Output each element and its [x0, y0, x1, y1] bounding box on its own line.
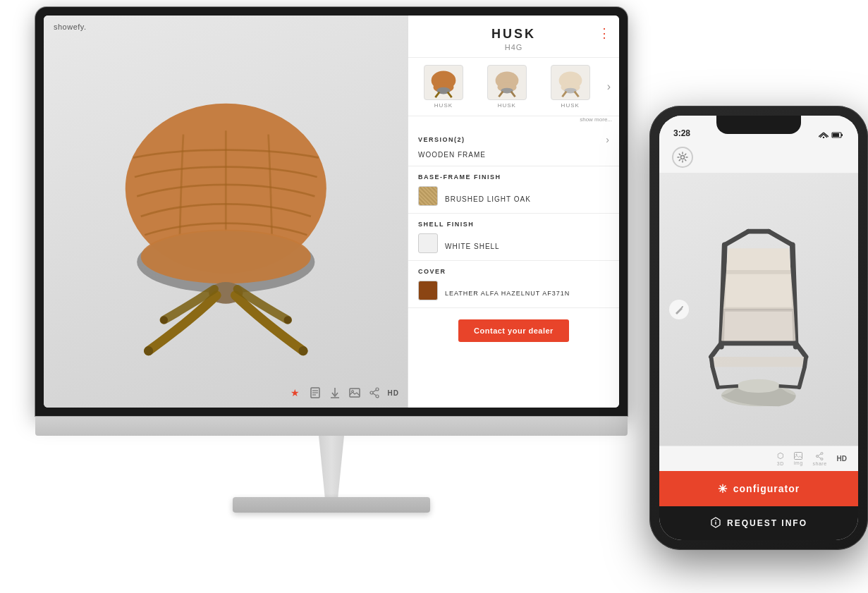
svg-marker-53 — [711, 357, 807, 367]
request-info-button[interactable]: REQUEST INFO — [659, 506, 858, 540]
svg-point-2 — [140, 229, 310, 283]
base-frame-swatch-row: BRUSHED LIGHT OAK — [418, 186, 609, 206]
iphone-device: 3:28 — [649, 106, 868, 550]
hd-label: HD — [388, 389, 399, 397]
svg-rect-62 — [795, 453, 802, 460]
viewer-toolbar: ★ HD — [289, 386, 399, 399]
svg-line-56 — [713, 367, 719, 388]
iphone-body: 3:28 — [649, 106, 868, 550]
svg-line-68 — [819, 457, 821, 458]
variant-label-3: HUSK — [561, 102, 580, 109]
shell-value: WHITE SHELL — [445, 243, 500, 250]
share-toolbar-item[interactable]: share — [813, 452, 827, 466]
img-label: img — [794, 460, 803, 465]
variant-item-1[interactable]: HUSK — [414, 65, 473, 109]
ar-icon[interactable] — [669, 300, 689, 319]
iphone-hd-label: HD — [837, 455, 847, 463]
cover-section: COVER LEATHER ALFA HAZELNUT AF371N — [408, 261, 619, 308]
svg-point-65 — [821, 458, 823, 460]
base-frame-section: BASE-FRAME FINISH BRUSHED LIGHT OAK — [408, 166, 619, 214]
download-icon[interactable] — [329, 386, 341, 399]
svg-line-24 — [435, 92, 439, 98]
svg-line-57 — [800, 367, 805, 388]
cover-swatch-row: LEATHER ALFA HAZELNUT AF371N — [418, 281, 609, 300]
cover-value: LEATHER ALFA HAZELNUT AF371N — [445, 290, 570, 297]
svg-marker-49 — [721, 310, 796, 343]
variant-thumb-3[interactable] — [551, 65, 590, 100]
shell-header: SHELL FINISH — [418, 221, 609, 228]
image-icon[interactable] — [348, 386, 361, 399]
svg-point-40 — [681, 155, 685, 159]
variant-label-1: HUSK — [434, 102, 453, 109]
shell-section: SHELL FINISH WHITE SHELL — [408, 214, 619, 261]
svg-line-45 — [769, 231, 793, 245]
cover-header: COVER — [418, 268, 609, 275]
config-header: HUSK H4G ⋮ — [408, 16, 619, 58]
svg-line-35 — [575, 92, 579, 97]
svg-point-4 — [144, 346, 153, 355]
share-toolbar-icon — [816, 452, 824, 460]
shell-label: SHELL FINISH — [418, 221, 474, 228]
version-section: VERSION(2) › WOODEN FRAME — [408, 127, 619, 166]
geometric-chair-view — [684, 207, 833, 412]
iphone-screen: 3:28 — [659, 116, 858, 540]
share-label: share — [813, 461, 827, 466]
iphone-viewer — [659, 173, 858, 446]
svg-line-43 — [725, 231, 749, 245]
svg-line-20 — [373, 393, 376, 396]
svg-point-18 — [370, 391, 373, 394]
svg-point-71 — [715, 520, 716, 521]
imac-device: showefy. — [14, 7, 649, 557]
variant-thumb-2[interactable] — [487, 65, 527, 100]
config-menu-icon[interactable]: ⋮ — [598, 25, 611, 41]
share-icon[interactable] — [368, 386, 381, 399]
show-more-link[interactable]: show more... — [408, 116, 619, 127]
svg-line-60 — [718, 386, 738, 388]
version-value: WOODEN FRAME — [418, 151, 609, 159]
svg-line-19 — [373, 391, 376, 393]
svg-point-17 — [376, 395, 379, 398]
svg-point-66 — [817, 455, 819, 457]
showefy-logo: showefy. — [54, 23, 87, 31]
shell-swatch[interactable] — [418, 233, 438, 253]
imac-screen-inner: showefy. — [44, 16, 619, 408]
svg-point-16 — [376, 388, 379, 391]
svg-rect-14 — [350, 389, 360, 397]
svg-point-59 — [737, 379, 781, 393]
contact-dealer-button[interactable]: Contact your dealer — [458, 319, 569, 342]
image-toolbar-icon — [794, 452, 802, 460]
imac-configurator-panel: HUSK H4G ⋮ — [408, 16, 619, 408]
base-frame-value: BRUSHED LIGHT OAK — [445, 195, 531, 203]
favorite-icon[interactable]: ★ — [289, 386, 302, 399]
img-toolbar-item[interactable]: img — [794, 452, 803, 465]
3d-toolbar-item[interactable]: ⬡ 3D — [777, 451, 784, 466]
svg-point-36 — [823, 137, 824, 138]
product-code: H4G — [420, 43, 608, 51]
configurator-icon: ✳ — [718, 482, 728, 496]
cover-swatch[interactable] — [418, 281, 438, 300]
base-frame-swatch[interactable] — [418, 186, 438, 206]
status-icons — [819, 131, 844, 138]
variant-item-2[interactable]: HUSK — [477, 65, 537, 109]
variant-item-3[interactable]: HUSK — [541, 65, 600, 109]
version-label: VERSION(2) — [418, 136, 465, 143]
imac-screen-outer: showefy. — [35, 7, 628, 416]
variant-thumb-1[interactable] — [424, 65, 463, 100]
svg-line-34 — [562, 92, 566, 97]
version-arrow[interactable]: › — [606, 134, 609, 145]
variants-next-arrow[interactable]: › — [604, 80, 613, 93]
imac-stand-neck — [310, 436, 353, 499]
settings-gear-icon[interactable] — [672, 147, 693, 168]
cover-label: COVER — [418, 268, 446, 275]
version-header: VERSION(2) › — [418, 134, 609, 145]
svg-line-30 — [511, 92, 515, 97]
svg-line-61 — [779, 386, 800, 388]
svg-line-51 — [711, 343, 721, 357]
pdf-icon[interactable] — [309, 386, 322, 399]
svg-point-63 — [796, 454, 797, 456]
imac-chin — [35, 416, 628, 436]
chair-3d-view — [71, 45, 381, 379]
svg-rect-38 — [833, 133, 839, 137]
configurator-button[interactable]: ✳ configurator — [659, 471, 858, 506]
variants-row: HUSK — [408, 58, 619, 116]
